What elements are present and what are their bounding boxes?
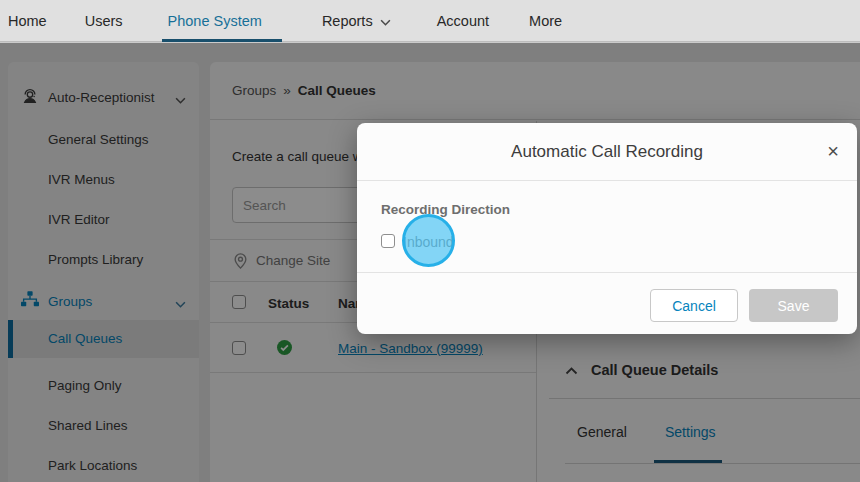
- sidebar-item-label: Auto-Receptionist: [48, 90, 155, 105]
- sidebar-item-ivr-editor[interactable]: IVR Editor: [8, 208, 199, 230]
- nav-item-label: Home: [8, 13, 47, 29]
- location-pin-icon: [234, 253, 247, 273]
- nav-item-more[interactable]: More: [529, 0, 562, 42]
- nav-item-account[interactable]: Account: [437, 0, 489, 42]
- collapse-chevron-up-icon[interactable]: [565, 361, 578, 379]
- sidebar-item-label: Paging Only: [48, 378, 122, 393]
- top-nav: Home Users Phone System Reports Account …: [0, 0, 860, 42]
- close-icon[interactable]: ×: [827, 138, 839, 164]
- recording-direction-label: Recording Direction: [381, 202, 510, 217]
- sidebar-item-call-queues[interactable]: Call Queues: [8, 320, 199, 358]
- sidebar-item-paging-only[interactable]: Paging Only: [8, 374, 199, 396]
- active-indicator-bar: [8, 320, 13, 358]
- active-tab-indicator: [654, 460, 722, 463]
- sidebar-item-label: IVR Editor: [48, 212, 110, 227]
- sidebar-item-park-locations[interactable]: Park Locations: [8, 454, 199, 476]
- nav-item-label: More: [529, 13, 562, 29]
- call-queue-link[interactable]: Main - Sandbox (99999): [338, 341, 483, 356]
- inbound-checkbox-label[interactable]: Inbound: [403, 234, 454, 250]
- tab-settings[interactable]: Settings: [665, 424, 716, 440]
- automatic-call-recording-dialog: Automatic Call Recording × Recording Dir…: [357, 123, 857, 334]
- nav-item-reports[interactable]: Reports: [322, 0, 391, 42]
- chevron-down-icon: [175, 296, 186, 311]
- nav-item-label: Reports: [322, 13, 373, 29]
- column-header-status: Status: [268, 296, 309, 311]
- nav-item-home[interactable]: Home: [8, 0, 47, 42]
- save-button[interactable]: Save: [749, 289, 838, 322]
- sidebar-item-label: Park Locations: [48, 458, 137, 473]
- receptionist-icon: [21, 87, 39, 105]
- tab-general[interactable]: General: [577, 424, 627, 440]
- breadcrumb-parent[interactable]: Groups: [232, 83, 276, 98]
- sidebar-item-label: IVR Menus: [48, 172, 115, 187]
- sidebar: Auto-Receptionist General Settings IVR M…: [8, 62, 199, 482]
- sidebar-item-ivr-menus[interactable]: IVR Menus: [8, 168, 199, 190]
- nav-item-users[interactable]: Users: [85, 0, 123, 42]
- inbound-checkbox[interactable]: [381, 234, 395, 248]
- divider: [549, 398, 860, 399]
- intro-text: Create a call queue wh: [232, 149, 370, 164]
- sidebar-item-auto-receptionist[interactable]: Auto-Receptionist: [8, 86, 199, 108]
- cancel-button[interactable]: Cancel: [650, 289, 738, 322]
- sidebar-item-label: General Settings: [48, 132, 149, 147]
- nav-item-label: Users: [85, 13, 123, 29]
- details-panel-title: Call Queue Details: [591, 362, 718, 378]
- sidebar-item-shared-lines[interactable]: Shared Lines: [8, 414, 199, 436]
- sidebar-item-prompts-library[interactable]: Prompts Library: [8, 248, 199, 270]
- sidebar-item-label: Shared Lines: [48, 418, 128, 433]
- row-checkbox[interactable]: [232, 341, 246, 355]
- breadcrumb-current: Call Queues: [298, 83, 376, 98]
- groups-icon: [21, 291, 39, 309]
- select-all-checkbox[interactable]: [232, 295, 246, 309]
- sidebar-item-label: Prompts Library: [48, 252, 143, 267]
- sidebar-item-label: Call Queues: [48, 331, 122, 346]
- chevron-down-icon: [175, 92, 186, 107]
- nav-item-phone-system[interactable]: Phone System: [168, 0, 262, 42]
- change-site-label: Change Site: [256, 253, 330, 268]
- breadcrumb-separator: »: [283, 83, 291, 98]
- status-active-icon: [277, 340, 292, 359]
- chevron-down-icon: [380, 13, 391, 29]
- nav-item-label: Account: [437, 13, 489, 29]
- nav-item-label: Phone System: [168, 13, 262, 29]
- dialog-title: Automatic Call Recording: [357, 123, 857, 181]
- breadcrumb: Groups » Call Queues: [210, 62, 860, 120]
- sidebar-item-general-settings[interactable]: General Settings: [8, 128, 199, 150]
- sidebar-item-groups[interactable]: Groups: [8, 290, 199, 312]
- divider: [565, 463, 860, 464]
- sidebar-item-label: Groups: [48, 294, 92, 309]
